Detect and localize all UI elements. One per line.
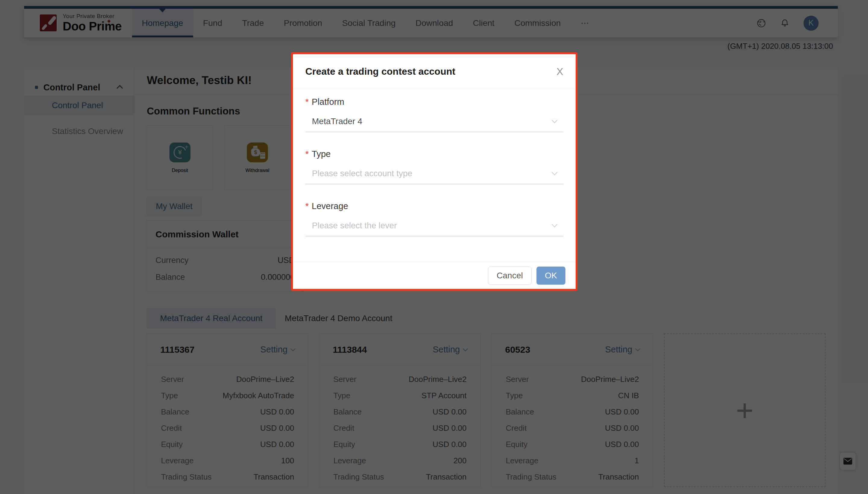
modal-title: Create a trading contest account: [305, 66, 456, 77]
chevron-down-icon: [552, 222, 558, 227]
required-marker: *: [305, 202, 309, 211]
type-select[interactable]: Please select account type: [305, 163, 563, 184]
ok-button[interactable]: OK: [536, 267, 566, 285]
leverage-select[interactable]: Please select the lever: [305, 215, 563, 236]
chevron-down-icon: [552, 169, 558, 175]
create-trading-contest-account-modal: Create a trading contest account X * Pla…: [291, 52, 577, 291]
chevron-down-icon: [552, 117, 558, 123]
leverage-select-placeholder: Please select the lever: [312, 221, 397, 230]
platform-select[interactable]: MetaTrader 4: [305, 111, 563, 132]
type-select-placeholder: Please select account type: [312, 169, 412, 178]
type-field-label: * Type: [305, 150, 563, 158]
platform-field-label: * Platform: [305, 98, 563, 106]
cancel-button[interactable]: Cancel: [488, 267, 532, 285]
required-marker: *: [305, 98, 309, 106]
platform-select-value: MetaTrader 4: [312, 117, 362, 126]
required-marker: *: [305, 150, 309, 158]
leverage-field-label: * Leverage: [305, 202, 563, 211]
close-icon[interactable]: X: [556, 66, 563, 77]
